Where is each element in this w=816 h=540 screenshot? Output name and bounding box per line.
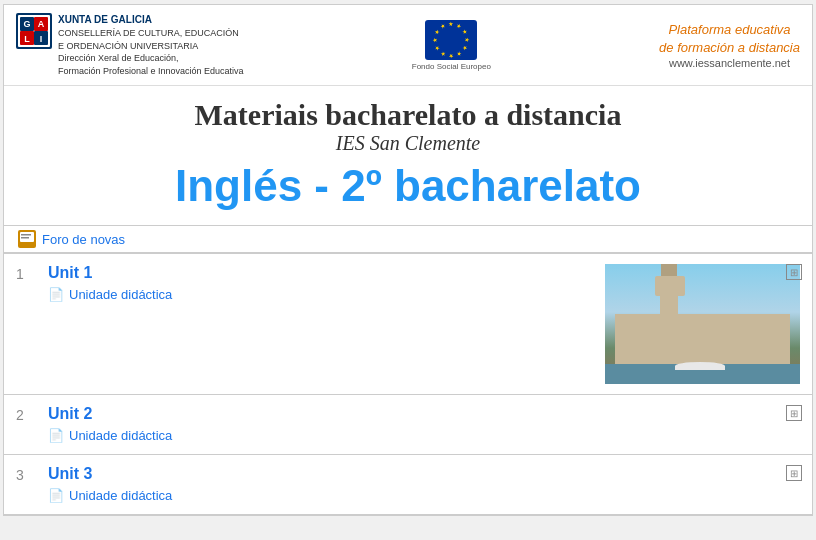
eu-stars-icon	[425, 20, 477, 60]
header: G A L I XUNTA DE GALICIA CONSELLERÍA DE …	[4, 5, 812, 86]
unit-content-1: Unit 1 📄 Unidade didáctica	[48, 264, 595, 384]
unit-3-expand-icon[interactable]: ⊞	[786, 465, 802, 481]
svg-text:I: I	[40, 34, 43, 44]
unit-3-sub-link[interactable]: Unidade didáctica	[69, 488, 172, 503]
main-title: Materiais bacharelato a distancia	[14, 98, 802, 132]
unit-1-sub-item: 📄 Unidade didáctica	[48, 287, 595, 302]
unit-number-2: 2	[16, 405, 40, 444]
unit-1-expand-icon[interactable]: ⊞	[786, 264, 802, 280]
title-section: Materiais bacharelato a distancia IES Sa…	[4, 86, 812, 226]
xunta-line2: E ORDENACIÓN UNIVERSITARIA	[58, 40, 244, 53]
xunta-logo: G A L I XUNTA DE GALICIA CONSELLERÍA DE …	[16, 13, 244, 77]
unit-number-3: 3	[16, 465, 40, 504]
unit-1-image	[605, 264, 800, 384]
platform-url: www.iessanclemente.net	[659, 57, 800, 69]
svg-text:L: L	[24, 34, 30, 44]
unit-row-3: 3 Unit 3 📄 Unidade didáctica ⊞	[4, 455, 812, 515]
unit-row-2: 2 Unit 2 📄 Unidade didáctica ⊞	[4, 395, 812, 455]
platform-line2: de formación a distancia	[659, 40, 800, 55]
svg-rect-26	[21, 237, 29, 239]
unit-1-sub-link[interactable]: Unidade didáctica	[69, 287, 172, 302]
xunta-line3: Dirección Xeral de Educación,	[58, 52, 244, 65]
header-left: G A L I XUNTA DE GALICIA CONSELLERÍA DE …	[16, 13, 244, 77]
doc-icon-3: 📄	[48, 488, 64, 503]
units-container: 1 Unit 1 📄 Unidade didáctica ⊞ 2	[4, 254, 812, 515]
platform-text-1: Plataforma educativa de formación a dist…	[659, 21, 800, 57]
xunta-emblem-icon: G A L I	[16, 13, 52, 49]
course-title: Inglés - 2º bacharelato	[14, 155, 802, 219]
forum-icon	[18, 230, 36, 248]
xunta-line1: CONSELLERÍA DE CULTURA, EDUCACIÓN	[58, 27, 244, 40]
unit-3-sub-item: 📄 Unidade didáctica	[48, 488, 800, 503]
eu-label: Fondo Social Europeo	[412, 62, 491, 71]
sub-title: IES San Clemente	[14, 132, 802, 155]
unit-number-1: 1	[16, 264, 40, 384]
platform-line1: Plataforma educativa	[668, 22, 790, 37]
doc-icon-2: 📄	[48, 428, 64, 443]
svg-text:A: A	[38, 19, 45, 29]
eu-logo: Fondo Social Europeo	[412, 20, 491, 71]
xunta-text: XUNTA DE GALICIA CONSELLERÍA DE CULTURA,…	[58, 13, 244, 77]
forum-link[interactable]: Foro de novas	[42, 232, 125, 247]
unit-2-sub-link[interactable]: Unidade didáctica	[69, 428, 172, 443]
unit-row-1: 1 Unit 1 📄 Unidade didáctica ⊞	[4, 254, 812, 395]
svg-rect-10	[425, 20, 477, 60]
unit-3-title-link[interactable]: Unit 3	[48, 465, 800, 483]
unit-content-2: Unit 2 📄 Unidade didáctica	[48, 405, 800, 444]
header-right: Plataforma educativa de formación a dist…	[659, 21, 800, 69]
xunta-title: XUNTA DE GALICIA	[58, 13, 244, 27]
unit-2-title-link[interactable]: Unit 2	[48, 405, 800, 423]
unit-1-title-link[interactable]: Unit 1	[48, 264, 595, 282]
unit-content-3: Unit 3 📄 Unidade didáctica	[48, 465, 800, 504]
unit-2-sub-item: 📄 Unidade didáctica	[48, 428, 800, 443]
forum-bar: Foro de novas	[4, 226, 812, 254]
doc-icon-1: 📄	[48, 287, 64, 302]
svg-text:G: G	[23, 19, 30, 29]
unit-2-expand-icon[interactable]: ⊞	[786, 405, 802, 421]
page-wrapper: G A L I XUNTA DE GALICIA CONSELLERÍA DE …	[3, 4, 813, 516]
xunta-line4: Formación Profesional e Innovación Educa…	[58, 65, 244, 78]
svg-rect-25	[21, 234, 31, 236]
